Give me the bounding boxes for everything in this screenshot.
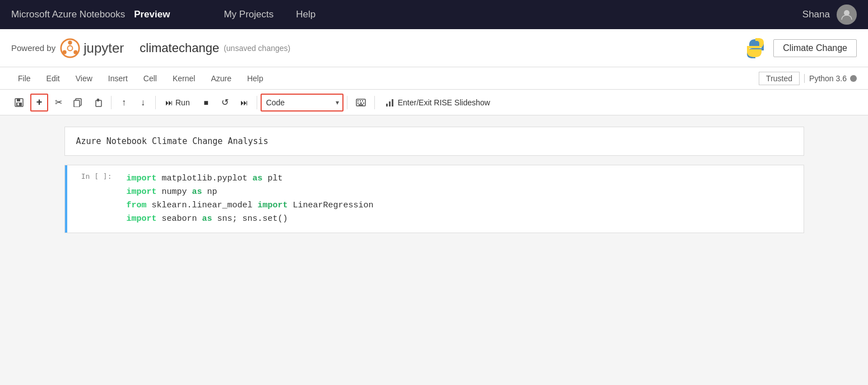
copy-icon bbox=[73, 98, 82, 107]
svg-point-4 bbox=[63, 50, 67, 54]
move-down-button[interactable]: ↓ bbox=[134, 94, 152, 112]
trusted-button[interactable]: Trusted bbox=[759, 72, 800, 85]
kernel-label: Python 3.6 bbox=[809, 74, 847, 83]
paste-icon bbox=[94, 98, 103, 107]
toolbar-separator-5 bbox=[374, 96, 375, 109]
kernel-status-dot bbox=[850, 75, 857, 82]
restart-button[interactable]: ↺ bbox=[216, 94, 234, 112]
menu-edit[interactable]: Edit bbox=[40, 72, 67, 85]
menu-items: File Edit View Insert Cell Kernel Azure … bbox=[11, 72, 759, 85]
nav-preview: Preview bbox=[134, 9, 170, 20]
cell-type-wrapper: Code Markdown Raw NBConvert ▾ bbox=[261, 94, 344, 112]
code-line-4: import seaborn as sns; sns.set() bbox=[127, 212, 795, 226]
svg-rect-21 bbox=[360, 103, 362, 104]
restart-icon: ↺ bbox=[221, 97, 229, 108]
save-button[interactable] bbox=[9, 94, 29, 112]
notebook-content: Azure Notebook Climate Change Analysis I… bbox=[0, 115, 868, 312]
svg-rect-22 bbox=[363, 103, 364, 104]
nav-brand: Microsoft Azure Notebooks bbox=[11, 9, 125, 20]
svg-rect-11 bbox=[17, 103, 19, 105]
code-line-3: from sklearn.linear_model import LinearR… bbox=[127, 199, 795, 212]
code-line-1: import matplotlib.pyplot as plt bbox=[127, 172, 795, 185]
run-label: Run bbox=[175, 98, 190, 107]
svg-rect-26 bbox=[392, 99, 393, 106]
nav-my-projects[interactable]: My Projects bbox=[224, 9, 273, 20]
nav-help[interactable]: Help bbox=[296, 9, 315, 20]
nav-username: Shana bbox=[802, 9, 830, 20]
svg-rect-19 bbox=[362, 100, 363, 101]
menu-kernel[interactable]: Kernel bbox=[166, 72, 202, 85]
nav-left: Microsoft Azure Notebooks Preview My Pro… bbox=[11, 9, 802, 20]
keyboard-icon bbox=[356, 99, 366, 106]
move-up-button[interactable]: ↑ bbox=[115, 94, 133, 112]
jupyter-text: jupyter bbox=[83, 40, 124, 56]
scissors-icon: ✂ bbox=[55, 97, 62, 108]
stop-button[interactable]: ■ bbox=[197, 94, 215, 112]
cell-code-content[interactable]: import matplotlib.pyplot as plt import n… bbox=[118, 165, 804, 233]
svg-point-6 bbox=[751, 43, 754, 45]
cell-prompt: In [ ]: bbox=[67, 165, 118, 233]
svg-rect-9 bbox=[17, 99, 20, 101]
cell-type-select[interactable]: Code Markdown Raw NBConvert bbox=[261, 94, 344, 112]
keyword-import-2: import bbox=[127, 187, 157, 197]
menu-cell[interactable]: Cell bbox=[137, 72, 164, 85]
kernel-info: Python 3.6 bbox=[804, 74, 857, 83]
svg-rect-25 bbox=[389, 101, 391, 106]
menu-view[interactable]: View bbox=[69, 72, 99, 85]
arrow-up-icon: ↑ bbox=[122, 98, 126, 108]
keyword-import-1: import bbox=[127, 174, 157, 183]
keyword-as-2: as bbox=[192, 187, 202, 197]
plus-icon: + bbox=[36, 96, 43, 108]
avatar[interactable] bbox=[837, 4, 857, 25]
toolbar-separator-3 bbox=[257, 96, 257, 109]
svg-point-7 bbox=[757, 52, 759, 54]
svg-rect-24 bbox=[386, 104, 388, 106]
unsaved-changes-label: (unsaved changes) bbox=[224, 44, 290, 53]
notebook-filename: climatechange bbox=[140, 41, 219, 55]
paste-cell-button[interactable] bbox=[89, 94, 108, 112]
stop-icon: ■ bbox=[203, 98, 208, 107]
keyword-as-1: as bbox=[253, 174, 263, 183]
cut-cell-button[interactable]: ✂ bbox=[49, 94, 67, 112]
copy-cell-button[interactable] bbox=[68, 94, 87, 112]
notebook-title-button[interactable]: Climate Change bbox=[773, 39, 857, 57]
header-right: Climate Change bbox=[744, 37, 857, 59]
toolbar-separator-2 bbox=[155, 96, 156, 109]
svg-rect-15 bbox=[97, 99, 99, 101]
fast-forward-button[interactable]: ⏭ bbox=[235, 94, 253, 112]
svg-rect-17 bbox=[358, 100, 359, 101]
menu-bar: File Edit View Insert Cell Kernel Azure … bbox=[0, 67, 868, 90]
fast-forward-icon: ⏭ bbox=[240, 98, 248, 107]
jupyter-logo-icon bbox=[60, 38, 80, 58]
svg-rect-18 bbox=[360, 100, 361, 101]
keyboard-shortcut-button[interactable] bbox=[351, 94, 371, 112]
svg-point-2 bbox=[68, 40, 72, 44]
menu-file[interactable]: File bbox=[11, 72, 38, 85]
save-icon bbox=[14, 98, 24, 108]
keyword-as-3: as bbox=[202, 214, 212, 224]
run-button[interactable]: ⏭ Run bbox=[159, 94, 196, 112]
code-line-2: import numpy as np bbox=[127, 185, 795, 199]
menu-insert[interactable]: Insert bbox=[101, 72, 134, 85]
menu-azure[interactable]: Azure bbox=[204, 72, 238, 85]
python-logo-icon bbox=[744, 37, 767, 59]
keyword-import-3: import bbox=[258, 201, 288, 210]
cell-container: Azure Notebook Climate Change Analysis I… bbox=[42, 127, 827, 233]
rise-label: Enter/Exit RISE Slideshow bbox=[398, 98, 490, 107]
svg-rect-13 bbox=[74, 100, 80, 107]
keyword-import-4: import bbox=[127, 214, 157, 224]
menu-help[interactable]: Help bbox=[240, 72, 270, 85]
code-cell[interactable]: In [ ]: import matplotlib.pyplot as plt … bbox=[64, 165, 804, 233]
svg-point-3 bbox=[74, 50, 78, 54]
keyword-from: from bbox=[127, 201, 147, 210]
arrow-down-icon: ↓ bbox=[141, 98, 145, 108]
powered-by-label: Powered by bbox=[11, 43, 55, 53]
rise-slideshow-button[interactable]: Enter/Exit RISE Slideshow bbox=[378, 94, 498, 112]
add-cell-button[interactable]: + bbox=[30, 94, 48, 112]
svg-rect-20 bbox=[358, 103, 359, 104]
markdown-cell[interactable]: Azure Notebook Climate Change Analysis bbox=[64, 127, 804, 156]
svg-point-5 bbox=[68, 45, 73, 50]
nav-right: Shana bbox=[802, 4, 857, 25]
nav-links: My Projects Help bbox=[224, 9, 315, 20]
bar-chart-icon bbox=[386, 98, 394, 107]
